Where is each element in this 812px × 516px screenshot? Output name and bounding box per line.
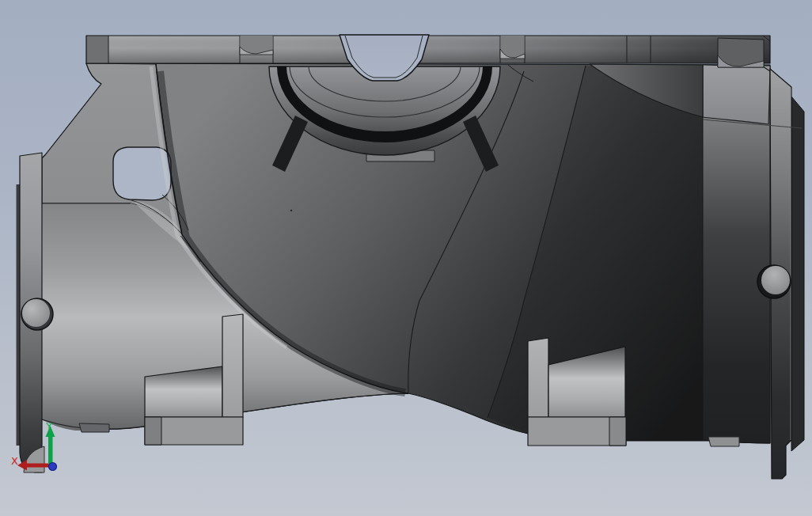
left-boss bbox=[22, 299, 50, 327]
y-axis-label: Y bbox=[45, 420, 52, 432]
bonnet-flange-end-block bbox=[86, 36, 108, 63]
flange-pocket-right bbox=[500, 36, 525, 59]
z-axis-dot bbox=[49, 463, 57, 471]
surface-speck bbox=[290, 210, 293, 212]
right-foot-rib bbox=[528, 338, 548, 417]
bonnet-flange-shading bbox=[86, 36, 770, 63]
valve-body-model[interactable] bbox=[17, 35, 805, 479]
hub-saddle-face bbox=[703, 65, 770, 124]
left-foot-base-end bbox=[145, 417, 161, 445]
left-foot-rib bbox=[222, 314, 243, 417]
right-under-tab bbox=[708, 437, 739, 446]
y-axis-shaft bbox=[48, 435, 53, 465]
x-axis-label: X bbox=[11, 455, 18, 467]
cad-viewport[interactable]: X Y bbox=[0, 0, 812, 516]
right-flange-rim bbox=[791, 97, 804, 451]
model-canvas[interactable]: X Y bbox=[0, 0, 812, 516]
x-axis-shaft bbox=[27, 464, 51, 468]
right-boss bbox=[761, 266, 790, 294]
flange-pocket-end bbox=[718, 38, 764, 67]
right-foot-base-end bbox=[609, 417, 626, 446]
left-under-tab bbox=[79, 423, 109, 432]
left-flange-back-rim bbox=[17, 184, 21, 446]
flange-pocket-left bbox=[240, 36, 273, 55]
